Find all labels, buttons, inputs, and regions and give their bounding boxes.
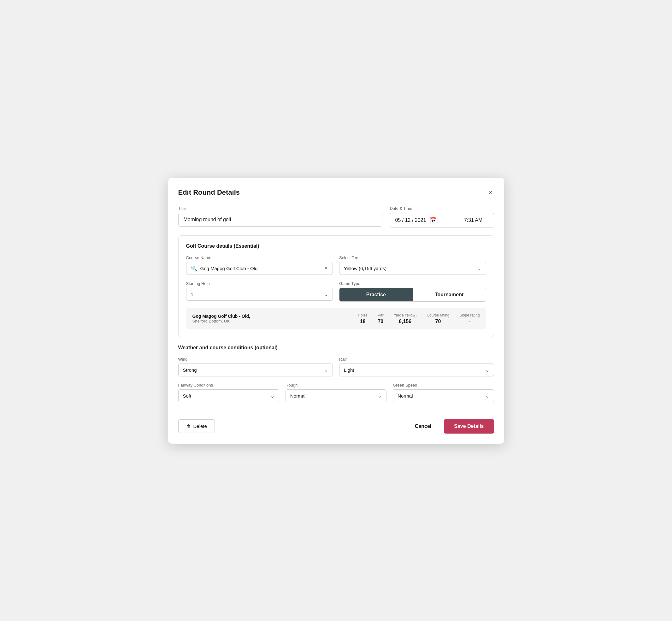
modal-header: Edit Round Details ×: [178, 188, 494, 197]
course-name-input[interactable]: [200, 266, 321, 271]
course-name-tee-row: Course Name 🔍 ✕ Select Tee Yellow (6,156…: [186, 255, 486, 275]
wind-dropdown[interactable]: Strong ⌄: [178, 364, 333, 376]
modal-title: Edit Round Details: [178, 189, 240, 197]
delete-label: Delete: [194, 423, 207, 429]
starting-hole-value: 1: [191, 292, 194, 297]
delete-button[interactable]: 🗑 Delete: [178, 419, 215, 433]
rain-field-group: Rain Light ⌄: [339, 357, 494, 376]
wind-rain-row: Wind Strong ⌄ Rain Light ⌄: [178, 357, 494, 376]
course-name-field-group: Course Name 🔍 ✕: [186, 255, 333, 275]
select-tee-chevron-icon: ⌄: [477, 265, 481, 272]
rain-value: Light: [344, 367, 354, 373]
select-tee-value: Yellow (6,156 yards): [344, 266, 386, 271]
save-details-button[interactable]: Save Details: [444, 419, 494, 433]
rough-field-group: Rough Normal ⌄: [286, 383, 386, 402]
yards-label: Yards(Yellow): [394, 313, 417, 318]
green-speed-field-group: Green Speed Normal ⌄: [393, 383, 494, 402]
par-value: 70: [378, 319, 383, 324]
starting-hole-game-type-row: Starting Hole 1 ⌄ Game Type Practice Tou…: [186, 281, 486, 302]
game-type-field-group: Game Type Practice Tournament: [339, 281, 486, 302]
course-rating-value: 70: [435, 319, 441, 324]
rain-label: Rain: [339, 357, 494, 362]
fairway-chevron-icon: ⌄: [270, 393, 275, 399]
time-value: 7:31 AM: [464, 217, 483, 223]
course-info-bar: Gog Magog Golf Club - Old, Shelford Bott…: [186, 308, 486, 329]
fairway-field-group: Fairway Conditions Soft ⌄: [178, 383, 279, 402]
course-name-search[interactable]: 🔍 ✕: [186, 262, 333, 275]
footer-bar: 🗑 Delete Cancel Save Details: [178, 417, 494, 433]
cancel-button[interactable]: Cancel: [410, 420, 436, 433]
wind-label: Wind: [178, 357, 333, 362]
course-location: Shelford Bottom, UK: [193, 319, 348, 323]
starting-hole-dropdown[interactable]: 1 ⌄: [186, 288, 333, 301]
select-tee-label: Select Tee: [339, 255, 486, 260]
slope-rating-stat: Slope rating -: [459, 313, 479, 324]
rough-dropdown[interactable]: Normal ⌄: [286, 389, 386, 402]
yards-value: 6,156: [399, 319, 411, 324]
course-rating-label: Course rating: [426, 313, 449, 318]
wind-field-group: Wind Strong ⌄: [178, 357, 333, 376]
slope-rating-label: Slope rating: [459, 313, 479, 318]
title-field-group: Title: [178, 206, 382, 228]
fairway-value: Soft: [183, 393, 192, 399]
course-name-block: Gog Magog Golf Club - Old, Shelford Bott…: [193, 314, 348, 323]
clear-course-icon[interactable]: ✕: [324, 265, 328, 271]
edit-round-modal: Edit Round Details × Title Date & Time 0…: [168, 178, 504, 444]
rough-value: Normal: [290, 393, 305, 399]
weather-section-title: Weather and course conditions (optional): [178, 345, 494, 350]
search-icon: 🔍: [191, 265, 197, 272]
date-value: 05 / 12 / 2021: [395, 217, 426, 223]
game-type-toggle: Practice Tournament: [339, 288, 486, 302]
game-type-label: Game Type: [339, 281, 486, 286]
time-input[interactable]: 7:31 AM: [453, 213, 494, 228]
rough-chevron-icon: ⌄: [378, 393, 382, 399]
golf-course-section: Golf Course details (Essential) Course N…: [178, 236, 494, 337]
title-label: Title: [178, 206, 382, 211]
course-name-label: Course Name: [186, 255, 333, 260]
select-tee-field-group: Select Tee Yellow (6,156 yards) ⌄: [339, 255, 486, 275]
datetime-field-group: Date & Time 05 / 12 / 2021 📅 7:31 AM: [390, 206, 494, 228]
fairway-label: Fairway Conditions: [178, 383, 279, 387]
holes-stat: Holes 18: [358, 313, 368, 324]
holes-label: Holes: [358, 313, 368, 318]
par-stat: Par 70: [378, 313, 384, 324]
green-speed-dropdown[interactable]: Normal ⌄: [393, 389, 494, 402]
select-tee-dropdown[interactable]: Yellow (6,156 yards) ⌄: [339, 262, 486, 275]
calendar-icon: 📅: [430, 217, 437, 224]
slope-rating-value: -: [469, 319, 470, 324]
fairway-dropdown[interactable]: Soft ⌄: [178, 389, 279, 402]
wind-value: Strong: [183, 367, 197, 373]
tournament-toggle-button[interactable]: Tournament: [413, 288, 486, 301]
footer-divider: [178, 410, 494, 410]
title-input[interactable]: [178, 213, 382, 226]
starting-hole-field-group: Starting Hole 1 ⌄: [186, 281, 333, 302]
datetime-label: Date & Time: [390, 206, 494, 211]
course-rating-stat: Course rating 70: [426, 313, 449, 324]
golf-course-section-title: Golf Course details (Essential): [186, 243, 486, 249]
close-button[interactable]: ×: [488, 188, 494, 197]
rain-chevron-icon: ⌄: [485, 367, 489, 373]
rough-label: Rough: [286, 383, 386, 387]
yards-stat: Yards(Yellow) 6,156: [394, 313, 417, 324]
rain-dropdown[interactable]: Light ⌄: [339, 364, 494, 376]
course-main-name: Gog Magog Golf Club - Old,: [193, 314, 348, 319]
wind-chevron-icon: ⌄: [324, 367, 328, 373]
fairway-rough-green-row: Fairway Conditions Soft ⌄ Rough Normal ⌄…: [178, 383, 494, 402]
weather-section: Weather and course conditions (optional)…: [178, 345, 494, 402]
green-speed-value: Normal: [397, 393, 413, 399]
starting-hole-chevron-icon: ⌄: [324, 291, 328, 297]
practice-toggle-button[interactable]: Practice: [339, 288, 413, 301]
holes-value: 18: [360, 319, 366, 324]
trash-icon: 🗑: [186, 423, 191, 429]
footer-right-actions: Cancel Save Details: [410, 419, 494, 433]
date-input[interactable]: 05 / 12 / 2021 📅: [390, 213, 453, 228]
top-fields: Title Date & Time 05 / 12 / 2021 📅 7:31 …: [178, 206, 494, 228]
green-speed-chevron-icon: ⌄: [485, 393, 489, 399]
par-label: Par: [378, 313, 384, 318]
starting-hole-label: Starting Hole: [186, 281, 333, 286]
datetime-inputs: 05 / 12 / 2021 📅 7:31 AM: [390, 213, 494, 228]
green-speed-label: Green Speed: [393, 383, 494, 387]
